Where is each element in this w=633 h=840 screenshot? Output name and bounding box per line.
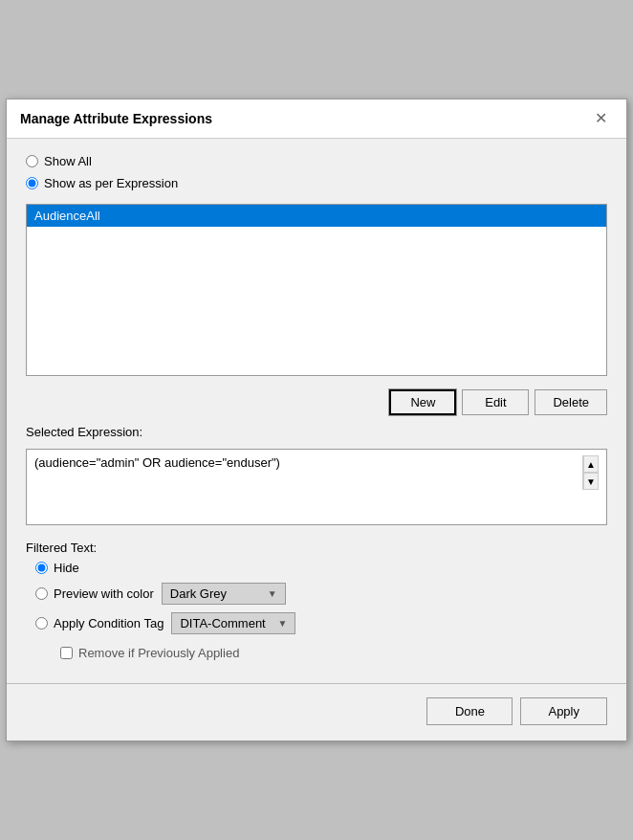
filtered-text-section: Filtered Text: Hide Preview with color: [26, 541, 607, 660]
hide-label: Hide: [54, 561, 79, 575]
hide-radio-label[interactable]: Hide: [35, 561, 79, 575]
show-expr-radio-label[interactable]: Show as per Expression: [26, 176, 607, 190]
tag-dropdown-arrow: ▼: [278, 618, 288, 629]
divider: [7, 683, 626, 684]
expression-text-value: (audience="admin" OR audience="enduser"): [34, 455, 578, 470]
preview-label: Preview with color: [54, 586, 154, 601]
scroll-down-button[interactable]: ▼: [583, 473, 599, 490]
preview-radio[interactable]: [35, 587, 48, 600]
apply-tag-label: Apply Condition Tag: [54, 616, 164, 630]
show-all-radio-label[interactable]: Show All: [26, 154, 607, 168]
close-button[interactable]: ✕: [589, 109, 613, 128]
remove-checkbox-label: Remove if Previously Applied: [78, 646, 239, 660]
apply-tag-option-row: Apply Condition Tag DITA-Comment ▼: [35, 612, 607, 634]
filtered-options: Hide Preview with color Dark Grey ▼: [26, 561, 607, 660]
remove-checkbox-row: Remove if Previously Applied: [35, 646, 607, 660]
done-button[interactable]: Done: [426, 697, 513, 725]
show-all-radio[interactable]: [26, 155, 38, 167]
remove-checkbox[interactable]: [60, 647, 73, 659]
scrollbar-arrows: ▲ ▼: [582, 455, 599, 490]
scroll-up-button[interactable]: ▲: [583, 455, 599, 473]
apply-button[interactable]: Apply: [520, 697, 607, 725]
expression-list[interactable]: AudienceAll: [26, 204, 607, 376]
action-buttons-row: New Edit Delete: [26, 389, 607, 415]
title-bar: Manage Attribute Expressions ✕: [7, 99, 626, 139]
tag-dropdown-value: DITA-Comment: [180, 616, 265, 630]
tag-dropdown[interactable]: DITA-Comment ▼: [171, 612, 295, 634]
apply-tag-radio[interactable]: [35, 617, 48, 630]
color-dropdown-arrow: ▼: [268, 588, 277, 599]
show-expr-radio[interactable]: [26, 177, 38, 189]
apply-tag-radio-label[interactable]: Apply Condition Tag: [35, 616, 164, 630]
show-expr-label: Show as per Expression: [44, 176, 178, 190]
hide-option-row: Hide: [35, 561, 607, 575]
delete-button[interactable]: Delete: [535, 389, 607, 415]
preview-option-row: Preview with color Dark Grey ▼: [35, 583, 607, 605]
new-button[interactable]: New: [389, 389, 456, 415]
dialog-title: Manage Attribute Expressions: [20, 111, 212, 126]
color-dropdown[interactable]: Dark Grey ▼: [162, 583, 286, 605]
radio-group: Show All Show as per Expression: [26, 154, 607, 190]
edit-button[interactable]: Edit: [462, 389, 529, 415]
dialog-body: Show All Show as per Expression Audience…: [7, 139, 626, 675]
preview-radio-label[interactable]: Preview with color: [35, 586, 154, 601]
hide-radio[interactable]: [35, 562, 48, 574]
manage-attribute-expressions-dialog: Manage Attribute Expressions ✕ Show All …: [6, 99, 627, 741]
expression-text-area: (audience="admin" OR audience="enduser")…: [26, 449, 607, 525]
color-dropdown-value: Dark Grey: [170, 586, 227, 601]
selected-expression-label: Selected Expression:: [26, 425, 607, 439]
bottom-buttons-row: Done Apply: [7, 690, 626, 741]
show-all-label: Show All: [44, 154, 92, 168]
filtered-text-label: Filtered Text:: [26, 541, 607, 555]
list-item[interactable]: AudienceAll: [27, 205, 606, 227]
